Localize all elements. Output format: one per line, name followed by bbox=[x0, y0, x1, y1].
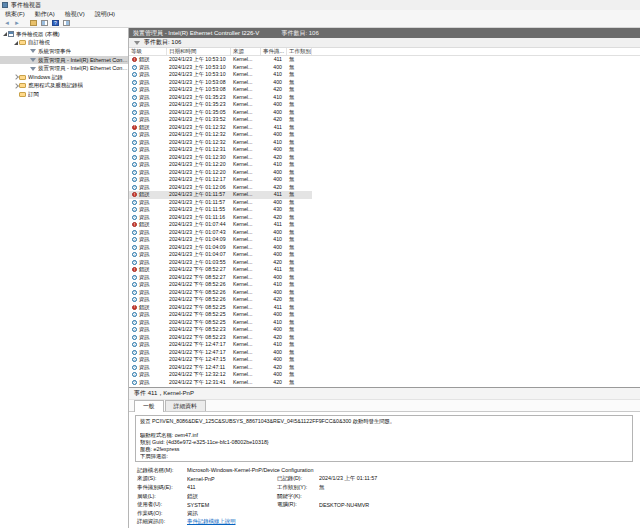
sidebar-item[interactable]: 裝置管理員 - Intel(R) Ethernet Controller I22… bbox=[0, 56, 128, 65]
event-row[interactable]: i資訊2024/1/22 下午 08:52:26Kernel...400無 bbox=[129, 289, 312, 297]
event-row[interactable]: i資訊2024/1/23 上午 10:53:10Kernel...410無 bbox=[129, 71, 312, 79]
tree-expander-icon[interactable] bbox=[1, 32, 8, 36]
event-row[interactable]: i資訊2024/1/22 下午 08:52:26Kernel...410無 bbox=[129, 281, 312, 289]
event-row[interactable]: !錯誤2024/1/23 上午 10:53:10Kernel...411無 bbox=[129, 56, 312, 64]
sidebar-item[interactable]: 系統管理事件 bbox=[0, 47, 128, 56]
tree-expander-icon[interactable] bbox=[12, 84, 19, 88]
event-row[interactable]: i資訊2024/1/23 上午 01:12:20Kernel...400無 bbox=[129, 169, 312, 177]
info-icon: i bbox=[132, 357, 137, 362]
event-row[interactable]: !錯誤2024/1/22 下午 08:52:27Kernel...411無 bbox=[129, 266, 312, 274]
event-row[interactable]: i資訊2024/1/22 下午 12:31:41Kernel...420無 bbox=[129, 379, 312, 387]
event-row[interactable]: !錯誤2024/1/23 上午 01:07:44Kernel...411無 bbox=[129, 221, 312, 229]
tab-general[interactable]: 一般 bbox=[134, 400, 164, 412]
event-row[interactable]: !錯誤2024/1/23 上午 01:11:57Kernel...411無 bbox=[129, 191, 312, 199]
event-row[interactable]: i資訊2024/1/23 上午 01:12:32Kernel...400無 bbox=[129, 131, 312, 139]
info-icon: i bbox=[132, 65, 137, 70]
event-row[interactable]: i資訊2024/1/23 上午 01:33:52Kernel...420無 bbox=[129, 116, 312, 124]
event-row[interactable]: i資訊2024/1/23 上午 01:35:05Kernel...400無 bbox=[129, 109, 312, 117]
tree-expander-icon[interactable] bbox=[12, 75, 19, 79]
sidebar-item[interactable]: 應用程式及服務記錄檔 bbox=[0, 82, 128, 91]
event-row[interactable]: i資訊2024/1/23 上午 01:12:30Kernel...420無 bbox=[129, 154, 312, 162]
export-list-icon[interactable] bbox=[30, 20, 37, 26]
info-icon: i bbox=[132, 275, 137, 280]
event-row[interactable]: i資訊2024/1/23 上午 10:53:08Kernel...400無 bbox=[129, 79, 312, 87]
sidebar-item[interactable]: 自訂檢視 bbox=[0, 39, 128, 48]
event-row[interactable]: i資訊2024/1/22 下午 08:52:27Kernel...400無 bbox=[129, 274, 312, 282]
event-row[interactable]: i資訊2024/1/23 上午 01:11:55Kernel...430無 bbox=[129, 206, 312, 214]
event-level: 資訊 bbox=[139, 131, 149, 138]
event-row[interactable]: i資訊2024/1/22 下午 08:52:26Kernel...420無 bbox=[129, 296, 312, 304]
event-source: Kernel... bbox=[231, 56, 261, 63]
event-row[interactable]: i資訊2024/1/23 上午 01:12:31Kernel...400無 bbox=[129, 146, 312, 154]
menu-file[interactable]: 檔案(F) bbox=[0, 10, 30, 19]
event-row[interactable]: i資訊2024/1/23 上午 01:04:09Kernel...400無 bbox=[129, 244, 312, 252]
column-header-event-id[interactable]: 事件識... bbox=[261, 48, 287, 55]
event-id: 411 bbox=[261, 56, 287, 63]
event-task-category: 無 bbox=[287, 131, 312, 138]
event-row[interactable]: !錯誤2024/1/23 上午 01:12:32Kernel...411無 bbox=[129, 124, 312, 132]
event-row[interactable]: i資訊2024/1/23 上午 01:12:17Kernel...400無 bbox=[129, 176, 312, 184]
event-level: 資訊 bbox=[139, 296, 149, 303]
column-header-datetime[interactable]: 日期和時間 bbox=[167, 48, 231, 55]
sidebar-item[interactable]: 裝置管理員 - Intel(R) Ethernet Controller I22… bbox=[0, 64, 128, 73]
event-row[interactable]: i資訊2024/1/23 上午 10:53:08Kernel...420無 bbox=[129, 86, 312, 94]
action-pane-icon[interactable] bbox=[63, 20, 70, 26]
event-id: 420 bbox=[261, 334, 287, 341]
event-row[interactable]: i資訊2024/1/23 上午 01:12:20Kernel...410無 bbox=[129, 161, 312, 169]
event-row[interactable]: i資訊2024/1/22 下午 12:47:17Kernel...400無 bbox=[129, 349, 312, 357]
event-row[interactable]: i資訊2024/1/23 上午 01:04:09Kernel...410無 bbox=[129, 236, 312, 244]
event-row[interactable]: i資訊2024/1/22 下午 12:47:15Kernel...400無 bbox=[129, 356, 312, 364]
help-icon[interactable]: ? bbox=[52, 20, 59, 26]
event-row[interactable]: i資訊2024/1/23 上午 10:53:10Kernel...400無 bbox=[129, 64, 312, 72]
event-row[interactable]: i資訊2024/1/23 上午 01:03:55Kernel...420無 bbox=[129, 259, 312, 267]
event-row[interactable]: i資訊2024/1/23 上午 01:11:57Kernel...400無 bbox=[129, 199, 312, 207]
column-header-source[interactable]: 來源 bbox=[231, 48, 261, 55]
event-task-category: 無 bbox=[287, 169, 312, 176]
event-row[interactable]: i資訊2024/1/22 下午 08:52:23Kernel...420無 bbox=[129, 334, 312, 342]
event-row[interactable]: i資訊2024/1/22 下午 12:47:17Kernel...410無 bbox=[129, 341, 312, 349]
property-value: SYSTEM bbox=[187, 502, 277, 508]
menu-help[interactable]: 說明(H) bbox=[90, 10, 120, 19]
event-log-help-link[interactable]: 事件記錄檔線上說明 bbox=[187, 518, 633, 525]
menu-view[interactable]: 檢視(V) bbox=[60, 10, 90, 19]
event-row[interactable]: i資訊2024/1/22 下午 08:52:25Kernel...410無 bbox=[129, 319, 312, 327]
event-source: Kernel... bbox=[231, 266, 261, 273]
event-row[interactable]: i資訊2024/1/22 下午 12:32:12Kernel...400無 bbox=[129, 371, 312, 379]
event-task-category: 無 bbox=[287, 341, 312, 348]
event-row[interactable]: i資訊2024/1/23 上午 01:12:32Kernel...410無 bbox=[129, 139, 312, 147]
event-row[interactable]: !錯誤2024/1/22 下午 08:52:25Kernel...411無 bbox=[129, 304, 312, 312]
event-id: 400 bbox=[261, 311, 287, 318]
back-icon[interactable]: ◄ bbox=[4, 20, 10, 26]
tab-details[interactable]: 詳細資料 bbox=[165, 400, 206, 411]
event-row[interactable]: i資訊2024/1/22 下午 08:52:23Kernel...400無 bbox=[129, 326, 312, 334]
event-task-category: 無 bbox=[287, 184, 312, 191]
forward-icon[interactable]: ► bbox=[14, 20, 20, 26]
event-source: Kernel... bbox=[231, 229, 261, 236]
event-row[interactable]: i資訊2024/1/23 上午 01:11:16Kernel...420無 bbox=[129, 214, 312, 222]
event-row[interactable]: i資訊2024/1/23 上午 01:35:23Kernel...400無 bbox=[129, 101, 312, 109]
sidebar-item[interactable]: 事件檢視器 (本機) bbox=[0, 30, 128, 39]
sidebar-item[interactable]: 訂閱 bbox=[0, 90, 128, 99]
column-header-task-category[interactable]: 工作類別 bbox=[287, 48, 312, 55]
column-header-level[interactable]: 等級 bbox=[129, 48, 167, 55]
event-source: Kernel... bbox=[231, 244, 261, 251]
tree-expander-icon[interactable] bbox=[12, 41, 19, 45]
info-icon: i bbox=[132, 170, 137, 175]
event-source: Kernel... bbox=[231, 176, 261, 183]
event-row[interactable]: i資訊2024/1/22 下午 12:47:11Kernel...420無 bbox=[129, 364, 312, 372]
event-id: 400 bbox=[261, 229, 287, 236]
event-row[interactable]: i資訊2024/1/23 上午 01:35:23Kernel...410無 bbox=[129, 94, 312, 102]
event-row[interactable]: i資訊2024/1/23 上午 01:04:07Kernel...400無 bbox=[129, 251, 312, 259]
event-level: 錯誤 bbox=[139, 304, 149, 311]
sidebar-item[interactable]: Windows 記錄 bbox=[0, 73, 128, 82]
menu-action[interactable]: 動作(A) bbox=[30, 10, 60, 19]
sidebar-tree: 事件檢視器 (本機)自訂檢視系統管理事件裝置管理員 - Intel(R) Eth… bbox=[0, 28, 129, 528]
console-tree-icon[interactable] bbox=[41, 20, 48, 26]
event-description-box[interactable]: 裝置 PCI\VEN_8086&DEV_125C&SUBSYS_88671043… bbox=[135, 415, 633, 462]
event-row[interactable]: i資訊2024/1/23 上午 01:12:06Kernel...420無 bbox=[129, 184, 312, 192]
event-row[interactable]: i資訊2024/1/22 下午 08:52:25Kernel...400無 bbox=[129, 311, 312, 319]
event-level: 資訊 bbox=[139, 259, 149, 266]
event-level: 資訊 bbox=[139, 139, 149, 146]
info-icon: i bbox=[132, 260, 137, 265]
event-row[interactable]: i資訊2024/1/23 上午 01:07:43Kernel...400無 bbox=[129, 229, 312, 237]
